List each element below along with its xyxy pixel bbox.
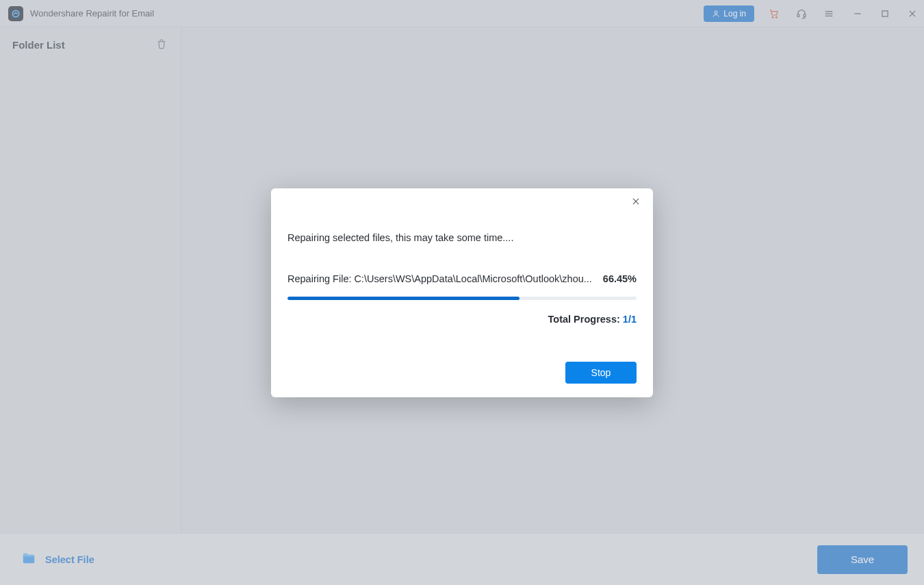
window-minimize-button[interactable] bbox=[851, 8, 864, 20]
svg-rect-4 bbox=[797, 14, 799, 16]
app-title: Wondershare Repairit for Email bbox=[30, 8, 154, 18]
folder-list-title: Folder List bbox=[12, 39, 65, 51]
total-progress-value: 1/1 bbox=[623, 314, 637, 325]
svg-point-1 bbox=[715, 11, 717, 14]
repair-progress-dialog: Repairing selected files, this may take … bbox=[271, 188, 653, 397]
window-close-button[interactable] bbox=[906, 8, 919, 20]
window-maximize-button[interactable] bbox=[879, 8, 891, 20]
select-file-button[interactable]: Select File bbox=[21, 551, 94, 568]
select-file-label: Select File bbox=[45, 554, 94, 565]
svg-point-3 bbox=[775, 16, 777, 18]
titlebar: Wondershare Repairit for Email Log in bbox=[0, 0, 924, 27]
login-label: Log in bbox=[723, 9, 746, 18]
login-button[interactable]: Log in bbox=[704, 5, 754, 22]
sidebar: Folder List bbox=[0, 27, 181, 533]
menu-hamburger-icon[interactable] bbox=[823, 8, 835, 20]
stop-button[interactable]: Stop bbox=[565, 362, 637, 384]
app-logo-icon bbox=[8, 6, 23, 21]
progress-percent: 66.45% bbox=[603, 273, 637, 284]
svg-point-2 bbox=[772, 16, 773, 18]
cart-icon[interactable] bbox=[768, 8, 780, 20]
progress-bar bbox=[287, 297, 637, 300]
dialog-close-button[interactable] bbox=[631, 197, 643, 209]
support-headset-icon[interactable] bbox=[795, 8, 808, 20]
footer-bar: Select File Save bbox=[0, 533, 924, 585]
svg-point-0 bbox=[12, 10, 18, 16]
total-progress-label: Total Progress: bbox=[548, 314, 623, 325]
repairing-file-label: Repairing File: C:\Users\WS\AppData\Loca… bbox=[287, 273, 592, 284]
trash-icon[interactable] bbox=[156, 38, 168, 51]
svg-rect-5 bbox=[804, 14, 806, 16]
progress-bar-fill bbox=[287, 297, 519, 300]
total-progress-row: Total Progress: 1/1 bbox=[287, 314, 637, 325]
save-button[interactable]: Save bbox=[817, 545, 908, 574]
svg-rect-10 bbox=[882, 10, 888, 16]
folder-icon bbox=[21, 551, 37, 568]
dialog-message: Repairing selected files, this may take … bbox=[287, 232, 637, 243]
